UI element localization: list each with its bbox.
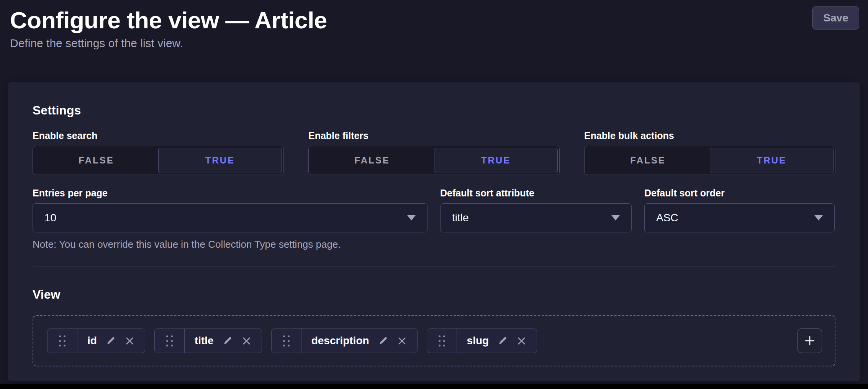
select-value: 10 — [44, 212, 56, 224]
close-icon — [241, 336, 252, 346]
entries-per-page-select[interactable]: 10 — [33, 203, 427, 232]
edit-field-button[interactable] — [222, 335, 233, 346]
field-chip-dropzone: id title — [33, 315, 835, 366]
drag-handle-icon[interactable] — [427, 329, 457, 353]
field-chip-id: id — [47, 329, 145, 353]
bottom-edge-bar — [0, 384, 868, 389]
field-chip-name: id — [87, 335, 97, 347]
field-chip-slug: slug — [427, 329, 537, 353]
close-icon — [516, 336, 527, 346]
enable-filters-true-option[interactable]: TRUE — [434, 148, 558, 173]
field-enable-bulk-actions: Enable bulk actions FALSE TRUE — [584, 130, 835, 175]
drag-handle-icon[interactable] — [47, 329, 77, 353]
field-label: Default sort attribute — [440, 188, 632, 199]
field-enable-filters: Enable filters FALSE TRUE — [308, 130, 560, 175]
enable-bulk-actions-true-option[interactable]: TRUE — [710, 148, 834, 173]
edit-field-button[interactable] — [378, 335, 388, 346]
field-default-sort-order: Default sort order ASC — [644, 188, 835, 232]
enable-bulk-actions-false-option[interactable]: FALSE — [586, 148, 710, 173]
field-chip-name: slug — [467, 335, 489, 347]
enable-search-false-option[interactable]: FALSE — [34, 148, 158, 173]
pencil-icon — [378, 335, 388, 346]
page-header: Configure the view — Article Define the … — [0, 0, 868, 50]
save-button[interactable]: Save — [812, 7, 859, 29]
remove-field-button[interactable] — [124, 336, 135, 346]
field-chip-title: title — [154, 329, 262, 353]
enable-search-toggle: FALSE TRUE — [33, 146, 284, 175]
edit-field-button[interactable] — [497, 335, 508, 346]
default-sort-attribute-select[interactable]: title — [440, 203, 632, 232]
field-label: Enable bulk actions — [584, 130, 835, 141]
field-entries-per-page: Entries per page 10 — [33, 188, 427, 232]
field-label: Entries per page — [33, 188, 427, 199]
pencil-icon — [497, 335, 508, 346]
drag-handle-icon[interactable] — [155, 329, 185, 353]
select-value: title — [452, 212, 469, 224]
pencil-icon — [222, 335, 233, 346]
selects-row: Entries per page 10 Default sort attribu… — [33, 188, 835, 232]
remove-field-button[interactable] — [397, 336, 407, 346]
field-chip-description: description — [271, 329, 418, 353]
enable-bulk-actions-toggle: FALSE TRUE — [584, 146, 835, 175]
enable-filters-toggle: FALSE TRUE — [308, 146, 560, 175]
plus-icon — [804, 335, 816, 347]
pencil-icon — [105, 335, 116, 346]
field-default-sort-attribute: Default sort attribute title — [440, 188, 632, 232]
remove-field-button[interactable] — [241, 336, 252, 346]
note-text: Note: You can override this value in the… — [33, 239, 835, 250]
page-subtitle: Define the settings of the list view. — [10, 37, 327, 50]
view-heading: View — [33, 288, 835, 302]
field-label: Default sort order — [644, 188, 835, 199]
toggles-row: Enable search FALSE TRUE Enable filters … — [33, 130, 835, 175]
field-label: Enable search — [33, 130, 284, 141]
field-label: Enable filters — [308, 130, 560, 141]
section-divider — [33, 266, 835, 267]
select-value: ASC — [656, 212, 678, 224]
page-title: Configure the view — Article — [10, 6, 327, 34]
close-icon — [124, 336, 135, 346]
page-header-text: Configure the view — Article Define the … — [10, 6, 327, 50]
field-chip-name: title — [195, 335, 214, 347]
add-field-button[interactable] — [798, 329, 822, 353]
close-icon — [397, 336, 407, 346]
remove-field-button[interactable] — [516, 336, 527, 346]
settings-panel: Settings Enable search FALSE TRUE Enable… — [8, 82, 860, 381]
field-enable-search: Enable search FALSE TRUE — [33, 130, 284, 175]
field-chip-name: description — [311, 335, 369, 347]
settings-heading: Settings — [33, 103, 835, 118]
drag-handle-icon[interactable] — [272, 329, 301, 353]
default-sort-order-select[interactable]: ASC — [644, 203, 835, 232]
edit-field-button[interactable] — [105, 335, 116, 346]
chevron-down-icon — [611, 215, 620, 221]
chevron-down-icon — [407, 215, 416, 221]
chevron-down-icon — [814, 215, 823, 221]
enable-filters-false-option[interactable]: FALSE — [310, 148, 434, 173]
enable-search-true-option[interactable]: TRUE — [158, 148, 282, 173]
